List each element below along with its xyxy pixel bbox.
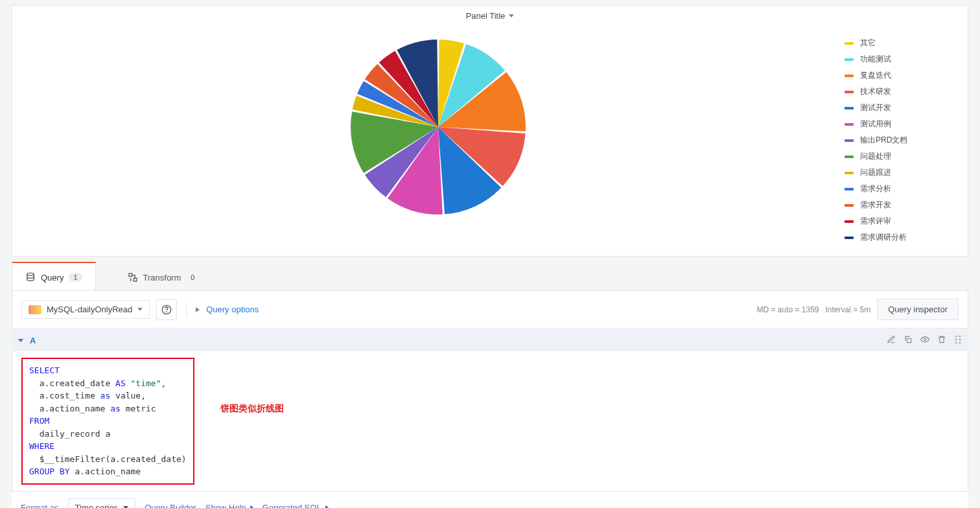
legend-item[interactable]: 测试用例 xyxy=(845,119,948,130)
legend-swatch xyxy=(845,188,854,190)
query-editor: A SELECT a.created_date AS "time", a.cos… xyxy=(12,330,968,508)
chevron-right-icon xyxy=(325,505,329,508)
tab-query-count: 1 xyxy=(69,273,82,282)
legend-label: 问题处理 xyxy=(860,151,891,162)
legend-item[interactable]: 需求调研分析 xyxy=(845,232,948,243)
legend-item[interactable]: 测试开发 xyxy=(845,102,948,113)
legend-label: 其它 xyxy=(860,38,876,49)
svg-point-10 xyxy=(959,339,961,341)
svg-point-12 xyxy=(959,342,961,344)
query-toolbar: MySQL-dailyOnlyRead Query options MD = a… xyxy=(12,290,968,329)
transform-icon xyxy=(128,272,138,283)
tab-query[interactable]: Query 1 xyxy=(12,262,96,290)
legend-label: 测试用例 xyxy=(860,119,891,130)
tab-transform[interactable]: Transform 0 xyxy=(114,262,213,290)
chevron-down-icon xyxy=(137,308,143,311)
tab-transform-count: 0 xyxy=(186,273,199,282)
legend-swatch xyxy=(845,204,854,207)
format-as-label: Format as xyxy=(21,503,59,509)
show-help-button[interactable]: Show Help xyxy=(205,503,253,509)
query-bottom-bar: Format as Time series Query Builder Show… xyxy=(12,492,968,509)
panel-title-dropdown[interactable]: Panel Title xyxy=(12,6,968,23)
annotation-text: 饼图类似折线图 xyxy=(220,403,284,415)
svg-point-8 xyxy=(959,336,961,338)
legend-swatch xyxy=(845,91,854,93)
drag-handle-icon[interactable] xyxy=(954,335,962,346)
legend-label: 需求调研分析 xyxy=(860,232,907,243)
eye-icon[interactable] xyxy=(920,335,929,346)
legend-item[interactable]: 问题跟进 xyxy=(845,167,948,178)
legend-item[interactable]: 技术研发 xyxy=(845,86,948,97)
svg-point-6 xyxy=(924,338,926,341)
legend-label: 需求分析 xyxy=(860,183,891,194)
datasource-select[interactable]: MySQL-dailyOnlyRead xyxy=(21,300,150,319)
editor-tabs: Query 1 Transform 0 xyxy=(0,262,980,290)
chevron-right-icon xyxy=(250,505,253,508)
chart-legend: 其它功能测试复盘迭代技术研发测试开发测试用例输出PRD文档问题处理问题跟进需求分… xyxy=(845,30,948,243)
query-letter: A xyxy=(30,336,36,345)
query-row-header[interactable]: A xyxy=(12,330,968,351)
legend-swatch xyxy=(845,172,854,174)
svg-point-9 xyxy=(955,339,957,341)
legend-swatch xyxy=(845,220,854,223)
query-options-toggle[interactable]: Query options xyxy=(206,305,259,314)
format-as-select[interactable]: Time series xyxy=(68,498,136,509)
legend-label: 需求评审 xyxy=(860,216,891,227)
legend-swatch xyxy=(845,139,854,142)
legend-label: 需求开发 xyxy=(860,200,891,211)
legend-swatch xyxy=(845,237,854,239)
panel-title: Panel Title xyxy=(466,11,506,21)
tab-query-label: Query xyxy=(41,273,64,283)
chevron-down-icon xyxy=(509,14,514,17)
legend-item[interactable]: 需求开发 xyxy=(845,200,948,211)
legend-swatch xyxy=(845,75,854,77)
legend-item[interactable]: 复盘迭代 xyxy=(845,70,948,81)
svg-point-0 xyxy=(27,273,34,275)
database-icon xyxy=(25,272,36,283)
legend-item[interactable]: 问题处理 xyxy=(845,151,948,162)
datasource-help-button[interactable] xyxy=(156,299,177,320)
grafana-icon xyxy=(29,305,41,314)
legend-label: 问题跟进 xyxy=(860,167,891,178)
svg-rect-1 xyxy=(129,273,132,277)
trash-icon[interactable] xyxy=(937,335,946,346)
legend-swatch xyxy=(845,123,854,126)
pie-chart xyxy=(32,30,845,224)
svg-point-7 xyxy=(955,336,957,338)
legend-swatch xyxy=(845,58,854,61)
legend-label: 功能测试 xyxy=(860,54,891,65)
svg-rect-2 xyxy=(134,278,137,281)
sql-editor[interactable]: SELECT a.created_date AS "time", a.cost_… xyxy=(21,358,194,485)
chart-panel: Panel Title 其它功能测试复盘迭代技术研发测试开发测试用例输出PRD文… xyxy=(12,5,968,257)
legend-swatch xyxy=(845,42,854,45)
legend-label: 复盘迭代 xyxy=(860,70,891,81)
legend-item[interactable]: 需求评审 xyxy=(845,216,948,227)
query-inspector-button[interactable]: Query inspector xyxy=(877,299,959,320)
legend-item[interactable]: 需求分析 xyxy=(845,183,948,194)
interval-text: Interval = 5m xyxy=(826,305,871,314)
legend-swatch xyxy=(845,156,854,158)
query-row-actions xyxy=(887,335,962,346)
format-as-value: Time series xyxy=(75,503,119,509)
legend-item[interactable]: 输出PRD文档 xyxy=(845,135,948,146)
generated-sql-button[interactable]: Generated SQL xyxy=(262,503,329,509)
question-icon xyxy=(161,305,172,315)
max-data-points: MD = auto = 1359 xyxy=(756,305,819,314)
chevron-down-icon xyxy=(18,339,23,342)
datasource-name: MySQL-dailyOnlyRead xyxy=(47,305,132,314)
query-builder-button[interactable]: Query Builder xyxy=(145,503,196,509)
svg-point-4 xyxy=(167,312,167,312)
legend-label: 输出PRD文档 xyxy=(860,135,907,146)
legend-label: 技术研发 xyxy=(860,86,891,97)
caret-down-icon xyxy=(123,506,128,509)
edit-icon[interactable] xyxy=(887,335,896,346)
svg-rect-5 xyxy=(907,338,911,342)
legend-label: 测试开发 xyxy=(860,102,891,113)
tab-transform-label: Transform xyxy=(143,273,181,283)
svg-point-11 xyxy=(955,342,957,344)
chevron-right-icon xyxy=(196,307,200,312)
copy-icon[interactable] xyxy=(904,335,913,346)
legend-item[interactable]: 功能测试 xyxy=(845,54,948,65)
legend-swatch xyxy=(845,107,854,110)
legend-item[interactable]: 其它 xyxy=(845,38,948,49)
